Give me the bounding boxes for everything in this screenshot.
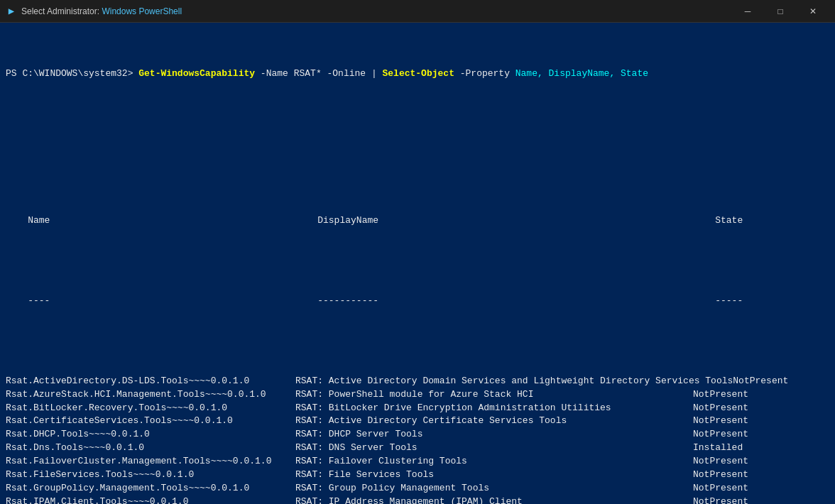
cmd-get-windows-capability: Get-WindowsCapability xyxy=(138,67,255,81)
title-bar-left: ▶ Select Administrator: Windows PowerShe… xyxy=(6,6,182,17)
table-row: Rsat.AzureStack.HCI.Management.Tools~~~~… xyxy=(6,388,829,402)
dash-display: ----------- xyxy=(317,295,715,308)
row-name: Rsat.FailoverCluster.Management.Tools~~~… xyxy=(6,455,295,469)
cmd-value-rsat: RSAT* xyxy=(294,67,322,81)
row-state: NotPresent xyxy=(733,375,788,388)
minimize-button[interactable]: ─ xyxy=(731,0,764,23)
table-row: Rsat.FileServices.Tools~~~~0.0.1.0RSAT: … xyxy=(6,469,829,482)
row-state: NotPresent xyxy=(693,388,748,402)
row-name: Rsat.AzureStack.HCI.Management.Tools~~~~… xyxy=(6,388,295,402)
row-display: RSAT: Active Directory Certificate Servi… xyxy=(295,415,693,428)
data-rows: Rsat.ActiveDirectory.DS-LDS.Tools~~~~0.0… xyxy=(6,375,829,504)
column-headers: NameDisplayNameState xyxy=(6,201,829,241)
maximize-button[interactable]: □ xyxy=(764,0,797,23)
table-row: Rsat.BitLocker.Recovery.Tools~~~~0.0.1.0… xyxy=(6,402,829,415)
row-display: RSAT: DNS Server Tools xyxy=(295,442,693,455)
row-state: NotPresent xyxy=(693,469,748,482)
row-name: Rsat.GroupPolicy.Management.Tools~~~~0.0… xyxy=(6,482,295,495)
row-display: RSAT: Failover Clustering Tools xyxy=(295,455,693,469)
title-bar-text: Select Administrator: Windows PowerShell xyxy=(21,6,182,16)
command-line-1: PS C:\WINDOWS\system32> Get-WindowsCapab… xyxy=(6,67,829,81)
column-dashes: -------------------- xyxy=(6,281,829,322)
row-name: Rsat.DHCP.Tools~~~~0.0.1.0 xyxy=(6,428,295,442)
row-display: RSAT: File Services Tools xyxy=(295,469,693,482)
row-state: NotPresent xyxy=(693,415,748,428)
row-name: Rsat.IPAM.Client.Tools~~~~0.0.1.0 xyxy=(6,495,295,504)
table-row: Rsat.Dns.Tools~~~~0.0.1.0RSAT: DNS Serve… xyxy=(6,442,829,455)
spacer-1 xyxy=(6,134,829,148)
col-header-display: DisplayName xyxy=(317,214,715,228)
row-state: NotPresent xyxy=(693,402,748,415)
col-header-state: State xyxy=(715,215,743,226)
cmd-prop-value: Name, DisplayName, State xyxy=(515,67,648,81)
row-display: RSAT: PowerShell module for Azure Stack … xyxy=(295,388,693,402)
title-bar-controls: ─ □ ✕ xyxy=(731,0,829,23)
powershell-icon: ▶ xyxy=(6,6,17,17)
row-display: RSAT: Group Policy Management Tools xyxy=(295,482,693,495)
table-row: Rsat.GroupPolicy.Management.Tools~~~~0.0… xyxy=(6,482,829,495)
row-name: Rsat.FileServices.Tools~~~~0.0.1.0 xyxy=(6,469,295,482)
cmd-param-online: -Online xyxy=(322,67,366,81)
close-button[interactable]: ✕ xyxy=(797,0,829,23)
row-state: NotPresent xyxy=(693,455,748,469)
title-appname: Windows PowerShell xyxy=(102,6,182,16)
row-name: Rsat.Dns.Tools~~~~0.0.1.0 xyxy=(6,442,295,455)
dash-name: ---- xyxy=(28,295,317,308)
title-bar: ▶ Select Administrator: Windows PowerShe… xyxy=(0,0,835,23)
table-row: Rsat.FailoverCluster.Management.Tools~~~… xyxy=(6,455,829,469)
terminal-output: PS C:\WINDOWS\system32> Get-WindowsCapab… xyxy=(0,23,835,504)
row-name: Rsat.CertificateServices.Tools~~~~0.0.1.… xyxy=(6,415,295,428)
table-row: Rsat.IPAM.Client.Tools~~~~0.0.1.0RSAT: I… xyxy=(6,495,829,504)
row-state: NotPresent xyxy=(693,482,748,495)
prompt-1: PS C:\WINDOWS\system32> xyxy=(6,67,138,81)
cmd-param-name: -Name xyxy=(255,67,294,81)
row-name: Rsat.ActiveDirectory.DS-LDS.Tools~~~~0.0… xyxy=(6,375,295,388)
cmd-pipe-1: | xyxy=(366,67,382,81)
row-display: RSAT: BitLocker Drive Encryption Adminis… xyxy=(295,402,693,415)
row-display: RSAT: DHCP Server Tools xyxy=(295,428,693,442)
col-header-name: Name xyxy=(28,214,317,228)
row-state: NotPresent xyxy=(693,428,748,442)
cmd-select-object: Select-Object xyxy=(383,67,454,81)
table-row: Rsat.ActiveDirectory.DS-LDS.Tools~~~~0.0… xyxy=(6,375,829,388)
table-row: Rsat.DHCP.Tools~~~~0.0.1.0RSAT: DHCP Ser… xyxy=(6,428,829,442)
dash-state: ----- xyxy=(715,295,743,306)
row-state: Installed xyxy=(693,442,743,455)
row-name: Rsat.BitLocker.Recovery.Tools~~~~0.0.1.0 xyxy=(6,402,295,415)
row-display: RSAT: Active Directory Domain Services a… xyxy=(295,375,733,388)
table-row: Rsat.CertificateServices.Tools~~~~0.0.1.… xyxy=(6,415,829,428)
title-prefix: Select Administrator: xyxy=(21,6,102,16)
row-display: RSAT: IP Address Management (IPAM) Clien… xyxy=(295,495,693,504)
cmd-param-property: -Property xyxy=(454,67,515,81)
row-state: NotPresent xyxy=(693,495,748,504)
